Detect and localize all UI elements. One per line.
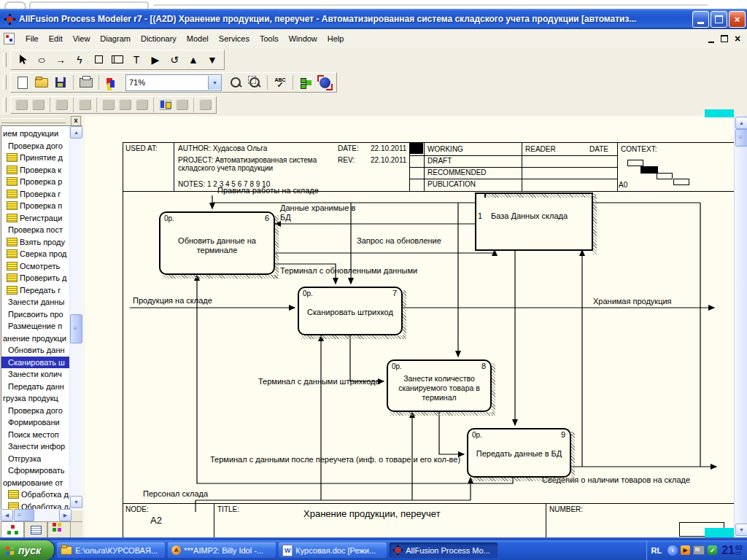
arrow-label-stored-products[interactable]: Хранимая продукция <box>593 297 672 306</box>
tree-item[interactable]: Сформировать <box>1 464 71 477</box>
tree-item[interactable]: Обновить данн <box>1 344 71 357</box>
zoom-combobox[interactable]: 71% ▼ <box>125 74 222 91</box>
document-icon[interactable] <box>4 33 15 44</box>
tree-item[interactable]: Регистраци <box>1 212 71 225</box>
arrow-label-products-in-stock[interactable]: Продукция на складе <box>133 296 212 306</box>
player-tray-icon[interactable]: ▶ <box>681 545 690 555</box>
open-button[interactable] <box>33 74 50 91</box>
arrow-tool-button[interactable]: → <box>52 51 69 69</box>
tab-diagrams[interactable] <box>24 522 47 538</box>
diagram-vertical-scrollbar[interactable]: ▲ ▼ <box>734 115 747 537</box>
scrollbar-thumb[interactable] <box>14 509 34 521</box>
scrollbar-thumb[interactable] <box>70 314 82 343</box>
zoom-in-button[interactable] <box>227 74 244 91</box>
language-indicator[interactable]: RL <box>651 546 662 555</box>
tree-item[interactable]: Проверка пост <box>1 224 71 236</box>
taskbar-item-bpwin[interactable]: AllFusion Process Mo... <box>390 542 498 558</box>
arrow-label-refresh-request[interactable]: Запрос на обновление <box>357 236 441 246</box>
panel-grip[interactable] <box>1 118 66 123</box>
tree-item[interactable]: Размещение п <box>1 320 71 332</box>
ellipse-tool-button[interactable]: ○ <box>30 51 53 69</box>
scroll-right-button[interactable]: ▶ <box>59 509 71 521</box>
kit-working-checkbox[interactable] <box>410 143 423 154</box>
menu-tools[interactable]: Tools <box>255 31 284 46</box>
new-button[interactable] <box>14 74 31 91</box>
activity-box-tool-button[interactable] <box>109 51 126 69</box>
chevron-down-icon[interactable]: ▼ <box>208 76 221 90</box>
zoom-area-button[interactable] <box>246 74 263 91</box>
web-publish-button[interactable] <box>316 74 333 91</box>
close-button[interactable]: × <box>729 11 746 28</box>
panel-close-button[interactable]: x <box>71 116 81 126</box>
tree-item[interactable]: Обработка дан <box>1 489 71 501</box>
tree-horizontal-scrollbar[interactable]: ◀ ▶ <box>1 509 71 521</box>
tree-item[interactable]: Проверка к <box>1 164 71 176</box>
datastore-box[interactable]: 1 База Данных склада <box>475 192 593 251</box>
mdi-close-button[interactable]: × <box>731 32 744 45</box>
scroll-down-button[interactable]: ▼ <box>735 524 747 536</box>
tree-item[interactable]: Занести инфор <box>1 440 71 453</box>
toolbar-grip[interactable] <box>3 98 7 112</box>
mdi-minimize-button[interactable] <box>705 32 718 45</box>
tree-item[interactable]: Передать данн <box>1 381 71 393</box>
arrow-label-terminal-barcode[interactable]: Терминал с данными штрихкода <box>258 377 380 386</box>
play-tool-button[interactable]: ▶ <box>147 51 164 69</box>
save-button[interactable] <box>52 74 69 91</box>
arrow-label-personnel[interactable]: Персонал склада <box>143 489 208 499</box>
mdi-restore-button[interactable] <box>718 32 731 45</box>
restore-button[interactable] <box>711 11 727 28</box>
menu-file[interactable]: File <box>20 31 44 46</box>
tree-item[interactable]: Проверить д <box>1 272 71 284</box>
rotate-tool-button[interactable]: ↺ <box>166 51 183 69</box>
tree-item[interactable]: ием продукции <box>1 128 71 140</box>
tree-item[interactable]: Взять проду <box>1 236 71 249</box>
scrollbar-thumb[interactable] <box>735 129 747 147</box>
tree-item[interactable]: грузка продукц <box>1 392 71 405</box>
tree-item[interactable]: Проверка р <box>1 176 71 188</box>
menu-diagram[interactable]: Diagram <box>95 31 136 46</box>
menu-dictionary[interactable]: Dictionary <box>136 31 182 46</box>
tree-item[interactable]: Проверка дого <box>1 405 71 417</box>
tree-item[interactable]: анение продукци <box>1 332 71 345</box>
hide-icons-chevron[interactable]: ‹ <box>667 545 678 556</box>
tree-item[interactable]: Формировани <box>1 416 71 429</box>
tab-objects[interactable] <box>47 522 71 538</box>
diagram-canvas[interactable]: USED AT: AUTHOR: Худасова Ольга DATE: 22… <box>82 115 736 539</box>
pointer-tool-button[interactable] <box>14 51 31 69</box>
color-palette-button[interactable] <box>103 74 120 91</box>
tree-item[interactable]: Проверка г <box>1 188 71 201</box>
tree-item[interactable]: Поиск местоп <box>1 429 71 441</box>
tree-vertical-scrollbar[interactable]: ▲ ▼ <box>69 126 82 508</box>
tree-item[interactable]: ормирование от <box>1 477 71 489</box>
model-explorer-button[interactable] <box>297 74 314 91</box>
antivirus-tray-icon[interactable]: ✓ <box>708 545 717 555</box>
menu-services[interactable]: Services <box>214 31 255 46</box>
menu-edit[interactable]: Edit <box>44 31 68 46</box>
tree-item[interactable]: Сканировать ш <box>1 357 71 369</box>
precedence-arrow-tool-button[interactable]: ϟ <box>71 51 88 69</box>
scroll-down-button[interactable]: ▼ <box>70 496 82 508</box>
activity-box-9[interactable]: 0р. 9 Передать данные в БД <box>467 428 571 478</box>
tree-item[interactable]: Отгрузка <box>1 453 71 465</box>
menu-help[interactable]: Help <box>322 31 349 46</box>
square-tool-button[interactable] <box>90 51 107 69</box>
menu-window[interactable]: Window <box>284 31 322 46</box>
activity-box-7[interactable]: 0р. 7 Сканировать штрихкод <box>298 287 403 335</box>
tree-item[interactable]: Сверка прод <box>1 248 71 260</box>
tree-item[interactable]: Принятие д <box>1 152 71 164</box>
minimize-button[interactable] <box>692 11 709 28</box>
tree-item[interactable]: Осмотреть <box>1 260 71 273</box>
toolbar-grip[interactable] <box>3 52 7 67</box>
start-button[interactable]: пуск <box>0 540 54 560</box>
tree-item[interactable]: Присвоить про <box>1 308 71 321</box>
toolbar-grip[interactable] <box>3 75 7 90</box>
taskbar-item-word[interactable]: W Курсовая.doc [Режи... <box>279 542 387 558</box>
text-tool-button[interactable]: T <box>128 51 145 69</box>
tree-item[interactable]: Занести колич <box>1 368 71 381</box>
scroll-up-button[interactable]: ▲ <box>70 126 82 139</box>
print-button[interactable] <box>77 74 95 91</box>
arrow-label-terminal-after[interactable]: Терминал с данными после переучета (инф.… <box>210 455 460 464</box>
scroll-up-button[interactable]: ▲ <box>735 117 747 129</box>
tab-activities[interactable] <box>1 522 24 538</box>
goto-parent-icon[interactable] <box>159 99 171 110</box>
